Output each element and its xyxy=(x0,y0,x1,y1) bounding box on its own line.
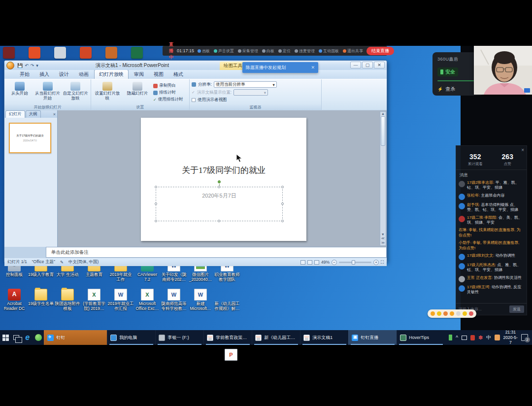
close-button[interactable]: ✕ xyxy=(374,62,385,68)
desktop-icon[interactable]: 陇南师范高等专科学校教… xyxy=(161,289,187,311)
taskbar-task-dtlivei[interactable]: 钉钉直播 xyxy=(348,330,397,345)
stream-tool-exit-share-icon[interactable]: 退出共享 xyxy=(343,48,363,54)
desktop-icon[interactable]: 新《幼儿园工作规程》解… xyxy=(214,289,240,311)
scroll-up-icon[interactable]: ▲ xyxy=(381,112,385,115)
powerpoint-icon[interactable] xyxy=(80,47,92,59)
scrollbar-thumb[interactable] xyxy=(381,116,385,146)
ribbon-tab-幻灯片放映[interactable]: 幻灯片放映 xyxy=(94,69,129,79)
redo-icon[interactable]: ↷ xyxy=(31,63,34,68)
taskbar-task-computer[interactable]: 我的电脑 xyxy=(107,330,155,345)
reaction-icon[interactable] xyxy=(450,311,454,316)
slide-sorter-icon[interactable] xyxy=(307,260,312,265)
notes-pane[interactable]: 单击此处添加备注 xyxy=(46,247,387,258)
toast-close-icon[interactable]: ✕ xyxy=(311,65,315,70)
safe-badge[interactable]: 安全 xyxy=(437,68,458,76)
record-narration-option[interactable]: 录制旁白 xyxy=(153,82,183,89)
reaction-icon[interactable] xyxy=(443,311,448,316)
reaction-icon[interactable] xyxy=(456,311,461,316)
close-pane-icon[interactable]: × xyxy=(53,112,56,117)
ribbon-tab-视图[interactable]: 视图 xyxy=(149,70,168,79)
send-button[interactable]: 发送 xyxy=(509,305,524,313)
normal-view-icon[interactable] xyxy=(300,260,305,265)
stream-tool-mic-icon[interactable]: 声音设置 xyxy=(214,48,234,54)
scroll-down-icon[interactable]: ▼ xyxy=(381,233,385,236)
rotate-handle[interactable] xyxy=(218,180,221,183)
taskbar-task-worddoc[interactable]: 新《幼儿园工… xyxy=(252,330,300,345)
resize-handle[interactable] xyxy=(155,186,157,188)
vertical-scrollbar[interactable]: ▲ ▼ ≪ ≫ xyxy=(380,111,386,246)
resize-handle[interactable] xyxy=(155,220,157,222)
slide-title-text[interactable]: 关于17级同学们的就业 xyxy=(141,165,306,176)
resize-handle[interactable] xyxy=(218,186,220,188)
tab-slides[interactable]: 幻灯片 xyxy=(5,110,25,118)
zoom-slider[interactable] xyxy=(339,262,371,263)
edge-button[interactable]: e xyxy=(22,330,33,345)
desktop-icon[interactable]: 陕团选培附件模板 xyxy=(54,289,81,311)
undo-icon[interactable]: ↶ xyxy=(25,63,29,68)
flower-icon[interactable]: ✽ xyxy=(478,335,483,341)
slideshow-view-icon[interactable] xyxy=(314,260,319,265)
zoom-slider-thumb[interactable] xyxy=(352,260,355,265)
reaction-bar[interactable] xyxy=(428,309,476,318)
slide-subtitle-text[interactable]: 2020年5月7日 xyxy=(156,192,282,200)
desktop-icon[interactable]: Acrobat Reader DC xyxy=(1,289,28,311)
360safe-icon[interactable] xyxy=(29,47,40,59)
scan-row[interactable]: 查杀 xyxy=(437,86,479,93)
tray-expand-icon[interactable]: ^ xyxy=(456,335,458,340)
chat-close-icon[interactable]: × xyxy=(521,147,524,153)
presenter-view-checkbox[interactable] xyxy=(192,98,196,102)
taskbar-task-dingtalk[interactable]: 钉钉 xyxy=(44,330,107,345)
desktop-icon[interactable]: 2019年就业工作汇报 xyxy=(107,289,134,311)
360-tray-icon[interactable] xyxy=(470,335,475,340)
save-icon[interactable]: 💾 xyxy=(17,63,23,68)
zoom-in-button[interactable]: + xyxy=(373,260,379,265)
fit-to-window-icon[interactable]: ⛶ xyxy=(381,260,384,265)
resize-handle[interactable] xyxy=(218,220,220,222)
360-browser-button[interactable] xyxy=(33,330,44,345)
resize-handle[interactable] xyxy=(281,203,284,205)
taskbar-task-drive[interactable]: 李银一 (F:) xyxy=(155,330,203,345)
end-live-button[interactable]: 结束直播 xyxy=(366,47,394,55)
recycle-icon[interactable] xyxy=(3,47,15,59)
resize-handle[interactable] xyxy=(155,203,157,205)
ribbon-tab-插入[interactable]: 插入 xyxy=(35,70,54,79)
display-icon[interactable] xyxy=(462,336,467,340)
use-timings-checkbox[interactable]: ✓ 使用排练计时 xyxy=(153,96,183,103)
setup-slideshow-button[interactable]: 设置幻灯片放映 xyxy=(93,81,122,104)
battery-icon[interactable] xyxy=(449,335,452,340)
custom-slideshow-button[interactable]: 自定义幻灯片放映 xyxy=(62,81,89,104)
chat-message-list[interactable]: 17级2班李志菲: 平、雅、凯、钻、琪、平安、招娣张松年: 主题班会内容赵予琪:… xyxy=(456,179,527,303)
clock[interactable]: 21:31 2020-5-7 xyxy=(503,330,518,345)
excel-icon[interactable] xyxy=(131,47,143,59)
ribbon-tab-动画[interactable]: 动画 xyxy=(74,70,93,79)
subtitle-placeholder-selected[interactable]: 2020年5月7日 xyxy=(156,187,283,221)
minimize-button[interactable]: — xyxy=(350,62,361,68)
taskbar-task-hover[interactable]: HoverTips xyxy=(397,330,445,345)
stream-tool-panel-icon[interactable]: 互动面板 xyxy=(319,48,339,54)
qat-dropdown-icon[interactable]: ▾ xyxy=(36,63,38,68)
taskbar-task-worddoc[interactable]: 演示文稿1 xyxy=(300,330,348,345)
next-slide-icon[interactable]: ≫ xyxy=(381,241,385,245)
stream-tool-location-icon[interactable]: 定位 xyxy=(278,48,291,54)
spellcheck-icon[interactable]: ✎ xyxy=(60,260,64,265)
stream-tool-board-icon[interactable]: 画板 xyxy=(198,48,210,54)
desktop-icon[interactable]: 新建 Microsoft… xyxy=(187,289,214,311)
from-current-slide-button[interactable]: 从当前幻灯片开始 xyxy=(34,81,61,104)
chat-tab-messages[interactable]: 消息 xyxy=(456,170,527,179)
reaction-icon[interactable] xyxy=(463,311,467,316)
start-button[interactable] xyxy=(0,330,11,345)
reaction-icon[interactable] xyxy=(431,311,435,316)
rehearse-timings-option[interactable]: 排练计时 xyxy=(153,89,183,96)
desktop-icon[interactable]: (学前教育学院) 2019… xyxy=(81,289,107,311)
from-beginning-button[interactable]: 从头开始 xyxy=(6,81,33,104)
slide-canvas[interactable]: 关于17级同学们的就业 2020年5月7日 xyxy=(141,118,306,241)
notification-center-icon[interactable]: 2 xyxy=(521,334,528,341)
zoom-level[interactable]: 49% xyxy=(321,260,330,265)
zoom-out-button[interactable]: − xyxy=(332,260,337,265)
stream-tool-link-mic-icon[interactable]: 连麦管理 xyxy=(295,48,315,54)
folder-icon[interactable] xyxy=(54,47,66,59)
taskbar-task-worddoc[interactable]: 学前教育政策… xyxy=(203,330,252,345)
reaction-icon[interactable] xyxy=(469,311,473,316)
tab-outline[interactable]: 大纲 xyxy=(26,110,41,118)
slide-thumbnail[interactable]: 关于17级同学们的就业 2020年5月7日 xyxy=(9,123,51,153)
